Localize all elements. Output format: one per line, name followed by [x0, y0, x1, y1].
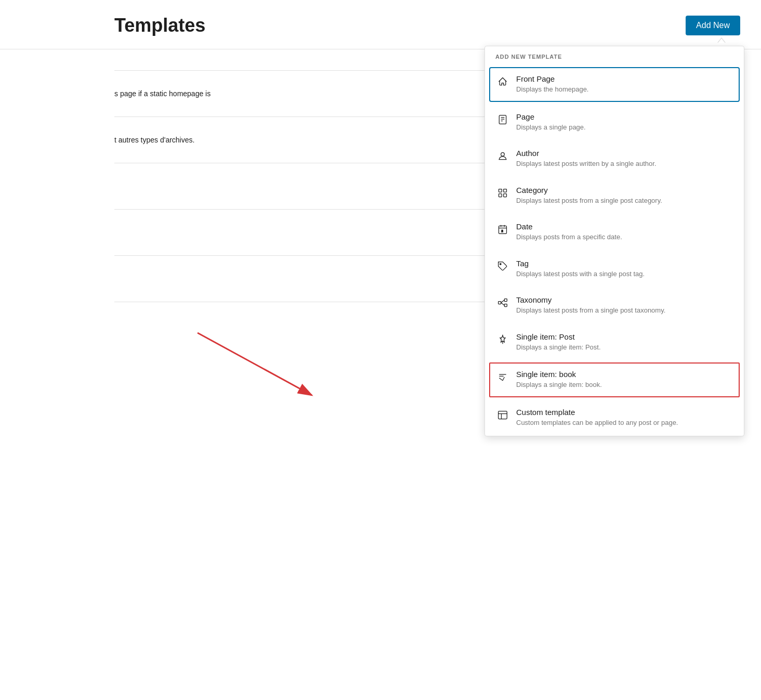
template-option-desc: Displays a single item: book.: [516, 380, 732, 390]
template-option-single-book[interactable]: Single item: book Displays a single item…: [489, 362, 740, 397]
template-option-author[interactable]: Author Displays latest posts written by …: [485, 140, 744, 177]
person-icon: [496, 150, 509, 162]
template-option-content: Page Displays a single page.: [516, 112, 732, 133]
tag-icon: [496, 260, 509, 273]
template-option-title: Single item: book: [516, 370, 732, 379]
template-option-content: Date Displays posts from a specific date…: [516, 222, 732, 242]
svg-rect-24: [504, 193, 507, 197]
annotation-arrow: [177, 312, 343, 416]
template-option-content: Front Page Displays the homepage.: [516, 74, 732, 95]
svg-line-35: [501, 303, 505, 305]
template-option-title: Date: [516, 222, 732, 231]
template-option-title: Page: [516, 112, 732, 121]
template-option-single-post[interactable]: Single item: Post Displays a single item…: [485, 324, 744, 361]
template-option-taxonomy[interactable]: Taxonomy Displays latest posts from a si…: [485, 287, 744, 324]
grid-icon: [496, 187, 509, 199]
layout-icon: [496, 409, 509, 421]
svg-text:2: 2: [502, 229, 504, 232]
template-option-desc: Displays the homepage.: [516, 84, 732, 95]
svg-rect-23: [499, 193, 502, 197]
svg-rect-22: [504, 189, 507, 192]
svg-rect-31: [498, 302, 501, 304]
template-option-date[interactable]: 2 Date Displays posts from a specific da…: [485, 214, 744, 251]
template-option-content: Tag Displays latest posts with a single …: [516, 259, 732, 279]
template-option-title: Taxonomy: [516, 295, 732, 304]
svg-rect-39: [498, 411, 507, 419]
template-option-content: Taxonomy Displays latest posts from a si…: [516, 295, 732, 316]
dropdown-header: ADD NEW TEMPLATE: [485, 46, 744, 65]
home-icon: [496, 75, 509, 88]
template-option-desc: Displays latest posts written by a singl…: [516, 159, 732, 169]
template-option-content: Author Displays latest posts written by …: [516, 149, 732, 169]
add-new-button[interactable]: Add New: [686, 16, 740, 35]
template-option-desc: Displays latest posts with a single post…: [516, 269, 732, 279]
template-option-title: Front Page: [516, 74, 732, 83]
template-option-desc: Displays latest posts from a single post…: [516, 305, 732, 316]
template-option-desc: Displays latest posts from a single post…: [516, 196, 732, 206]
template-option-title: Custom template: [516, 408, 732, 417]
template-option-desc: Displays posts from a specific date.: [516, 232, 732, 242]
template-option-page[interactable]: Page Displays a single page.: [485, 104, 744, 141]
pin-icon: [496, 333, 509, 346]
template-option-desc: Displays a single item: Post.: [516, 342, 732, 353]
calendar-icon: 2: [496, 223, 509, 236]
template-option-title: Single item: Post: [516, 332, 732, 341]
template-option-content: Category Displays latest posts from a si…: [516, 186, 732, 206]
svg-rect-33: [504, 304, 507, 307]
template-option-content: Single item: Post Displays a single item…: [516, 332, 732, 353]
svg-rect-15: [499, 115, 506, 124]
template-option-content: Single item: book Displays a single item…: [516, 370, 732, 390]
template-option-front-page[interactable]: Front Page Displays the homepage.: [489, 67, 740, 102]
page-header: Templates Add New: [0, 0, 761, 49]
template-option-title: Tag: [516, 259, 732, 268]
template-option-tag[interactable]: Tag Displays latest posts with a single …: [485, 251, 744, 288]
file-icon: [496, 113, 509, 126]
svg-rect-32: [504, 299, 507, 302]
page-title: Templates: [114, 15, 205, 36]
hierarchy-icon: [496, 296, 509, 309]
template-option-desc: Displays a single page.: [516, 122, 732, 133]
svg-rect-21: [499, 189, 502, 192]
add-new-template-dropdown: ADD NEW TEMPLATE Front Page Displays the…: [484, 46, 744, 436]
svg-point-30: [500, 263, 502, 265]
dropdown-caret: [717, 37, 726, 43]
template-option-title: Author: [516, 149, 732, 158]
svg-line-34: [501, 300, 505, 303]
template-option-desc: Custom templates can be applied to any p…: [516, 418, 732, 428]
svg-point-19: [501, 152, 505, 156]
template-option-content: Custom template Custom templates can be …: [516, 408, 732, 428]
template-option-custom[interactable]: Custom template Custom templates can be …: [485, 399, 744, 436]
template-option-category[interactable]: Category Displays latest posts from a si…: [485, 177, 744, 214]
template-option-title: Category: [516, 186, 732, 195]
pin-small-icon: [496, 371, 509, 383]
